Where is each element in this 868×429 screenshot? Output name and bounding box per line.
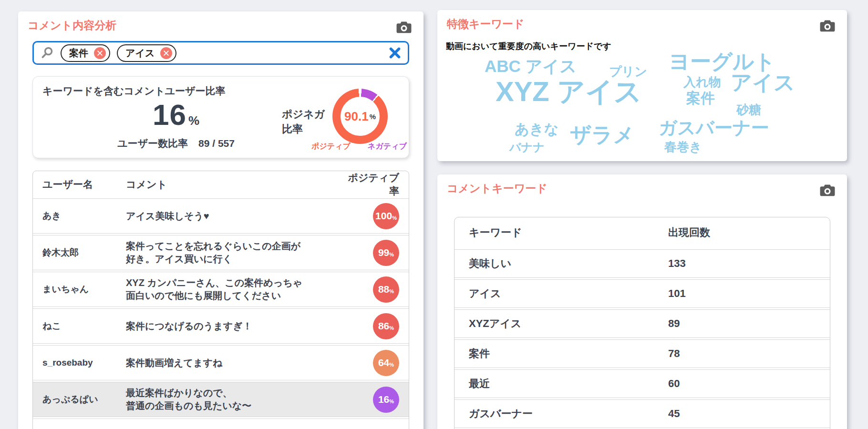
wordcloud: ABC アイスプリンヨーグルト入れ物アイスXYZ アイス案件砂糖あきなザラメガス… [437, 10, 847, 161]
panel-title: コメントキーワード [447, 181, 548, 196]
keyword-cell: ガスバーナー [469, 407, 668, 421]
positive-rate-badge: 88 % [373, 276, 399, 303]
count-cell: 89 [668, 317, 816, 330]
comment-user-name: ねこ [42, 320, 126, 332]
table-row-partial [33, 419, 409, 429]
wordcloud-word[interactable]: 案件 [686, 91, 715, 105]
search-keyword-chip[interactable]: アイス [117, 44, 176, 62]
positive-rate-badge: 86 % [373, 313, 399, 339]
count-cell: 45 [668, 408, 816, 420]
comment-table-row[interactable]: あき アイス美味しそう♥ 100 % [33, 198, 409, 234]
keyword-cell: 案件 [469, 347, 668, 361]
search-keyword-chip[interactable]: 案件 [61, 44, 110, 62]
keyword-table-row: 美味しい 133 [455, 249, 830, 278]
keyword-table-row: アイス 101 [455, 279, 830, 308]
donut-center-value: 90.1 % [341, 97, 380, 136]
comment-analysis-panel: コメント内容分析 案件 アイス [18, 11, 424, 429]
wordcloud-word[interactable]: ガスバーナー [659, 119, 769, 137]
user-ratio-card: キーワードを含むコメントユーザー比率 16% ユーザー数比率89 / 557 ポ… [32, 76, 409, 158]
comment-text: 案件につなげるのうますぎ！ [126, 320, 347, 333]
keyword-cell: XYZアイス [469, 317, 668, 331]
wordcloud-word[interactable]: アイス [731, 72, 795, 93]
keyword-table: キーワード 出現回数 美味しい 133 アイス 101 XYZアイス 89 案件… [454, 217, 830, 429]
keyword-table-row: 最近 60 [455, 369, 830, 398]
comments-table: ユーザー名 コメント ポジティブ率 あき アイス美味しそう♥ 100 % 鈴木太… [32, 171, 409, 429]
header-user: ユーザー名 [42, 178, 126, 191]
keyword-cell: アイス [469, 286, 668, 301]
keyword-table-body: 美味しい 133 アイス 101 XYZアイス 89 案件 78 最近 60 ガ… [455, 249, 830, 428]
wordcloud-word[interactable]: ABC アイス [485, 58, 577, 74]
keyword-table-row: 案件 78 [455, 339, 830, 368]
user-ratio-percent: 16% [62, 98, 290, 132]
posinega-donut-chart: 90.1 % [332, 89, 388, 144]
camera-icon [818, 182, 837, 198]
search-icon [41, 46, 54, 60]
comments-table-header: ユーザー名 コメント ポジティブ率 [33, 171, 409, 197]
keyword-table-row: XYZアイス 89 [455, 309, 830, 338]
comments-table-body: あき アイス美味しそう♥ 100 % 鈴木太郎 案件ってことを忘れるぐらいこの企… [33, 198, 409, 417]
negative-legend-label: ネガティブ [361, 142, 413, 152]
header-keyword: キーワード [469, 225, 668, 240]
posinega-ratio-label: ポジネガ 比率 [282, 107, 325, 137]
comment-keywords-panel: コメントキーワード キーワード 出現回数 美味しい 133 アイス 101 XY… [437, 174, 847, 429]
wordcloud-word[interactable]: 春巻き [664, 141, 702, 153]
comment-user-name: 鈴木太郎 [42, 246, 126, 259]
comment-table-row[interactable]: s_rosebaby 案件動画増えてますね 64 % [33, 345, 409, 380]
close-icon [97, 50, 103, 56]
camera-icon [395, 19, 413, 35]
header-comment: コメント [126, 178, 347, 191]
chip-label: 案件 [69, 47, 88, 60]
header-positive-rate: ポジティブ率 [347, 171, 399, 198]
comment-user-name: まいちゃん [42, 283, 126, 296]
wordcloud-word[interactable]: ヨーグルト [669, 51, 775, 72]
comment-table-row[interactable]: ねこ 案件につなげるのうますぎ！ 86 % [33, 308, 409, 344]
comment-table-row[interactable]: あっぷるぱい 最近案件ばかりなので、 普通の企画ものも見たいな〜 16 % [33, 382, 409, 417]
stats-label: キーワードを含むコメントユーザー比率 [42, 84, 225, 98]
comment-user-name: s_rosebaby [42, 358, 126, 368]
user-count-ratio: ユーザー数比率89 / 557 [62, 137, 290, 150]
positive-legend-label: ポジティブ [305, 142, 357, 152]
comment-user-name: あっぷるぱい [42, 393, 126, 406]
chip-remove-button[interactable] [94, 47, 106, 59]
close-icon [163, 50, 169, 56]
camera-button[interactable] [818, 182, 837, 198]
header-count: 出現回数 [668, 225, 816, 240]
comment-text: アイス美味しそう♥ [126, 210, 347, 223]
count-cell: 60 [668, 378, 816, 390]
positive-rate-badge: 100 % [373, 203, 399, 229]
comment-text: 最近案件ばかりなので、 普通の企画ものも見たいな〜 [126, 387, 347, 412]
comment-text: 案件動画増えてますね [126, 357, 347, 369]
clear-x-icon [389, 47, 401, 59]
count-cell: 78 [668, 347, 816, 360]
positive-rate-badge: 16 % [373, 387, 399, 413]
feature-keywords-panel: 特徴キーワード 動画において重要度の高いキーワードです ABC アイスプリンヨー… [437, 10, 847, 161]
chip-remove-button[interactable] [160, 47, 172, 59]
wordcloud-word[interactable]: 入れ物 [683, 76, 721, 88]
search-clear-button[interactable] [389, 47, 401, 59]
chip-label: アイス [125, 47, 155, 60]
count-cell: 133 [668, 257, 816, 270]
panel-title: コメント内容分析 [28, 18, 116, 33]
search-input[interactable]: 案件 アイス [32, 41, 409, 65]
count-cell: 101 [668, 287, 816, 300]
wordcloud-word[interactable]: ザラメ [570, 124, 634, 145]
comment-table-row[interactable]: 鈴木太郎 案件ってことを忘れるぐらいこの企画が 好き。アイス買いに行く 99 % [33, 235, 409, 270]
positive-rate-badge: 64 % [373, 350, 399, 376]
camera-button[interactable] [395, 19, 413, 35]
wordcloud-word[interactable]: XYZ アイス [496, 78, 642, 105]
comment-user-name: あき [42, 210, 126, 222]
keyword-table-row: ガスバーナー 45 [455, 399, 830, 428]
wordcloud-word[interactable]: バナナ [509, 142, 545, 153]
positive-rate-badge: 99 % [373, 240, 399, 266]
comment-text: 案件ってことを忘れるぐらいこの企画が 好き。アイス買いに行く [126, 240, 347, 266]
keyword-cell: 美味しい [469, 256, 668, 271]
comment-text: XYZ カンパニーさん、この案件めっちゃ 面白いので他にも展開してください [126, 276, 347, 302]
wordcloud-word[interactable]: 砂糖 [736, 103, 761, 116]
keyword-table-header: キーワード 出現回数 [455, 217, 830, 248]
wordcloud-word[interactable]: あきな [515, 122, 558, 136]
comment-table-row[interactable]: まいちゃん XYZ カンパニーさん、この案件めっちゃ 面白いので他にも展開してく… [33, 272, 409, 307]
keyword-cell: 最近 [469, 377, 668, 391]
